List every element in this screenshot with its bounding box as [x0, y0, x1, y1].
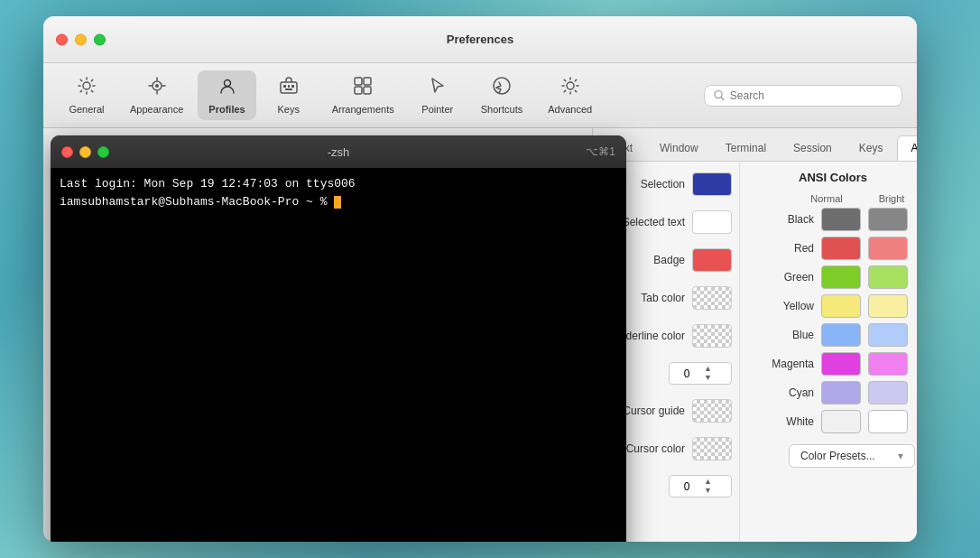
tab-terminal[interactable]: Terminal	[713, 135, 779, 161]
tab-window[interactable]: Window	[647, 135, 711, 161]
panel-content-wrapper: Selection Selected text Badge Tab color	[593, 162, 917, 542]
svg-point-13	[494, 78, 510, 94]
spinner-2-input[interactable]	[673, 480, 700, 493]
terminal-shortcut: ⌥⌘1	[586, 145, 615, 158]
ansi-red-bright[interactable]	[868, 237, 908, 260]
title-bar: Preferences	[43, 16, 917, 63]
ansi-row-black: Black	[751, 208, 915, 231]
cursor-guide-swatch[interactable]	[692, 399, 732, 423]
toolbar-icons: General Appearance	[58, 70, 603, 120]
window-title: Preferences	[447, 33, 513, 46]
toolbar-item-general[interactable]: General	[58, 70, 116, 120]
terminal-line-1: Last login: Mon Sep 19 12:47:03 on ttys0…	[60, 175, 617, 193]
svg-rect-6	[288, 85, 290, 88]
spinner-1[interactable]: ▲ ▼	[669, 362, 732, 385]
maximize-button[interactable]	[94, 33, 106, 45]
ansi-yellow-bright[interactable]	[868, 294, 908, 318]
tab-color-swatch[interactable]	[692, 286, 732, 310]
terminal-window: -zsh ⌥⌘1 Last login: Mon Sep 19 12:47:03…	[51, 135, 626, 542]
general-icon	[77, 76, 97, 101]
terminal-minimize-button[interactable]	[79, 146, 91, 158]
selected-text-swatch[interactable]	[692, 210, 732, 234]
ansi-blue-label: Blue	[751, 329, 814, 341]
ansi-cyan-normal[interactable]	[821, 381, 861, 405]
ansi-black-bright[interactable]	[868, 208, 908, 231]
ansi-magenta-normal[interactable]	[821, 352, 861, 376]
spinner-2-up[interactable]: ▲	[704, 478, 712, 486]
svg-rect-9	[355, 78, 362, 85]
svg-point-14	[567, 82, 574, 89]
toolbar-item-arrangements[interactable]: Arrangements	[321, 70, 405, 120]
search-input[interactable]	[730, 89, 892, 102]
tab-keys[interactable]: Keys	[846, 135, 896, 161]
toolbar-label-keys: Keys	[277, 104, 299, 115]
cursor-color-swatch[interactable]	[692, 437, 732, 460]
terminal-close-button[interactable]	[61, 146, 73, 158]
svg-rect-10	[364, 78, 371, 85]
ansi-magenta-label: Magenta	[751, 358, 814, 370]
search-bar[interactable]	[704, 85, 902, 107]
ansi-white-label: White	[751, 415, 814, 428]
ansi-header: Normal Bright	[751, 193, 915, 204]
right-panel: Text Window Terminal Session Keys Advanc…	[592, 128, 917, 542]
chevron-down-icon: ▾	[898, 450, 903, 462]
arrangements-icon	[353, 76, 373, 101]
appearance-icon	[147, 76, 167, 101]
toolbar-label-shortcuts: Shortcuts	[481, 104, 522, 115]
badge-swatch[interactable]	[692, 248, 732, 272]
selection-swatch[interactable]	[692, 172, 732, 196]
ansi-green-normal[interactable]	[821, 265, 861, 289]
spinner-1-down[interactable]: ▼	[704, 374, 712, 382]
ansi-row-cyan: Cyan	[751, 381, 915, 405]
spinner-2[interactable]: ▲ ▼	[669, 475, 732, 498]
minimize-button[interactable]	[75, 33, 87, 45]
traffic-lights	[56, 33, 106, 45]
panel-tabs: Text Window Terminal Session Keys Advanc…	[593, 128, 917, 162]
toolbar-item-shortcuts[interactable]: Shortcuts	[470, 70, 533, 120]
ansi-row-red: Red	[751, 237, 915, 260]
toolbar-item-keys[interactable]: Keys	[260, 70, 318, 120]
toolbar-label-advanced: Advanced	[548, 104, 592, 115]
terminal-maximize-button[interactable]	[97, 146, 109, 158]
ansi-normal-header: Normal	[807, 193, 846, 204]
ansi-row-magenta: Magenta	[751, 352, 915, 376]
terminal-body: Last login: Mon Sep 19 12:47:03 on ttys0…	[51, 168, 626, 542]
main-content: -zsh ⌥⌘1 Last login: Mon Sep 19 12:47:03…	[43, 128, 917, 542]
spinner-1-up[interactable]: ▲	[704, 365, 712, 373]
toolbar-item-pointer[interactable]: Pointer	[409, 70, 467, 120]
ansi-row-green: Green	[751, 265, 915, 289]
underline-color-swatch[interactable]	[692, 324, 732, 348]
tab-advanced[interactable]: Advanced	[897, 135, 917, 161]
color-presets-button[interactable]: Color Presets... ▾	[789, 444, 915, 468]
preferences-window: Preferences General	[43, 16, 917, 542]
tab-session[interactable]: Session	[781, 135, 845, 161]
keys-icon	[279, 76, 299, 101]
search-icon	[714, 89, 725, 101]
ansi-panel: ANSI Colors Normal Bright Black Red	[739, 162, 917, 542]
ansi-row-blue: Blue	[751, 323, 915, 347]
ansi-blue-bright[interactable]	[868, 323, 908, 347]
close-button[interactable]	[56, 33, 68, 45]
terminal-line-2: iamsubhamstark@Subhams-MacBook-Pro ~ %	[60, 193, 617, 211]
toolbar-item-advanced[interactable]: Advanced	[537, 70, 603, 120]
toolbar-item-profiles[interactable]: Profiles	[198, 70, 255, 120]
shortcuts-icon	[492, 76, 512, 101]
toolbar-item-appearance[interactable]: Appearance	[119, 70, 194, 120]
ansi-title: ANSI Colors	[751, 171, 915, 184]
ansi-yellow-normal[interactable]	[821, 294, 861, 318]
presets-label: Color Presets...	[800, 450, 875, 462]
advanced-icon	[560, 76, 580, 101]
toolbar-label-profiles: Profiles	[208, 104, 245, 115]
spinner-1-input[interactable]	[673, 367, 700, 380]
spinner-2-down[interactable]: ▼	[704, 487, 712, 495]
ansi-green-bright[interactable]	[868, 265, 908, 289]
ansi-cyan-bright[interactable]	[868, 381, 908, 405]
ansi-magenta-bright[interactable]	[868, 352, 908, 376]
ansi-white-bright[interactable]	[868, 410, 908, 433]
ansi-black-normal[interactable]	[821, 208, 861, 231]
ansi-red-normal[interactable]	[821, 237, 861, 260]
ansi-white-normal[interactable]	[821, 410, 861, 433]
ansi-blue-normal[interactable]	[821, 323, 861, 347]
svg-rect-5	[283, 85, 286, 88]
svg-rect-11	[355, 87, 362, 94]
